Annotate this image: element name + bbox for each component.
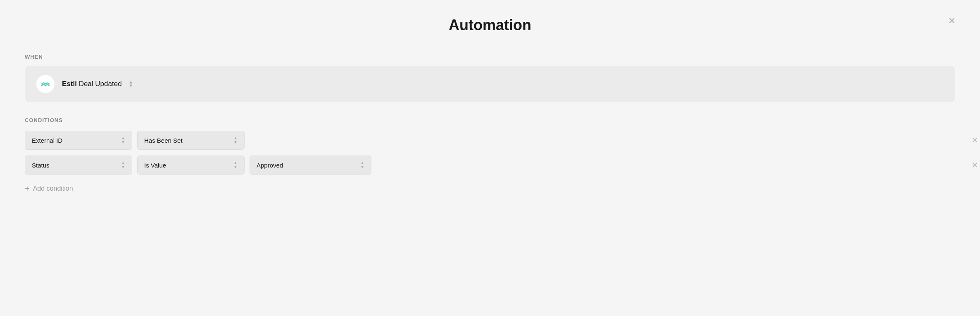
when-title: Estii Deal Updated ▲▼: [62, 80, 133, 89]
operator-chevron-icon-1: ▲ ▼: [233, 136, 238, 144]
when-card: Estii Deal Updated ▲▼: [25, 66, 955, 102]
estii-icon: [40, 79, 50, 89]
add-condition-button[interactable]: + Add condition: [25, 180, 73, 197]
when-icon: [36, 75, 55, 93]
add-condition-plus-icon: +: [25, 184, 30, 193]
when-label: WHEN: [25, 54, 955, 60]
condition-row: External ID ▲ ▼ Has Been Set ▲ ▼ ✕: [25, 131, 955, 150]
condition-field-select-1[interactable]: External ID ▲ ▼: [25, 131, 132, 150]
modal-container: × Automation WHEN Estii Deal Updated ▲▼: [0, 0, 980, 316]
conditions-section: CONDITIONS External ID ▲ ▼ Has Been Set …: [25, 117, 955, 197]
operator-chevron-icon-2: ▲ ▼: [233, 161, 238, 169]
when-chevron-icon[interactable]: ▲▼: [127, 80, 133, 87]
delete-row-2-button[interactable]: ✕: [970, 158, 980, 172]
close-button[interactable]: ×: [949, 15, 955, 26]
conditions-label: CONDITIONS: [25, 117, 955, 123]
condition-field-select-2[interactable]: Status ▲ ▼: [25, 156, 132, 175]
field-chevron-icon-1: ▲ ▼: [121, 136, 125, 144]
delete-row-1-button[interactable]: ✕: [970, 134, 980, 147]
condition-operator-select-1[interactable]: Has Been Set ▲ ▼: [137, 131, 245, 150]
delete-icon-2: ✕: [971, 160, 978, 170]
page-title: Automation: [25, 17, 955, 34]
delete-icon-1: ✕: [971, 135, 978, 145]
condition-value-select-2[interactable]: Approved ▲ ▼: [250, 156, 371, 175]
condition-operator-select-2[interactable]: Is Value ▲ ▼: [137, 156, 245, 175]
field-chevron-icon-2: ▲ ▼: [121, 161, 125, 169]
condition-row: Status ▲ ▼ Is Value ▲ ▼ Approved ▲ ▼: [25, 156, 955, 175]
when-section: WHEN Estii Deal Updated ▲▼: [25, 54, 955, 102]
value-chevron-icon-2: ▲ ▼: [360, 161, 364, 169]
